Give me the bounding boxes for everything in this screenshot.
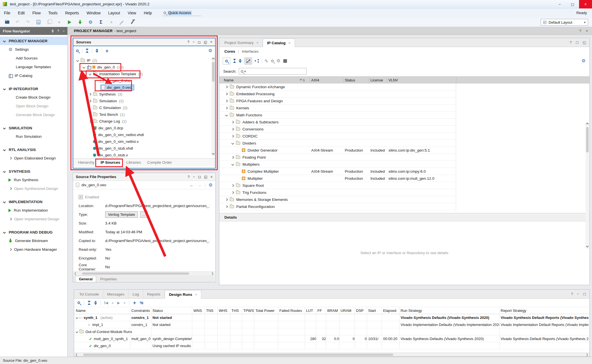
scroll-up-icon[interactable] [212, 58, 215, 61]
add-sources-icon[interactable]: + [105, 48, 109, 54]
chevron-right-icon[interactable] [225, 99, 228, 102]
help-icon[interactable]: ? [579, 29, 582, 33]
menu-view[interactable]: View [128, 11, 136, 15]
design-runs-hscrollbar[interactable]: ❮ ❯ [74, 352, 589, 356]
tree-item-simulation[interactable]: Simulation(2) [73, 97, 215, 104]
tree-item-div-gen-0[interactable]: div_gen_0(16) [73, 64, 215, 70]
expand-all-icon[interactable] [94, 301, 97, 305]
tab-ip-sources[interactable]: IP Sources [98, 159, 123, 166]
chevron-right-icon[interactable] [9, 218, 12, 221]
search-icon[interactable] [223, 57, 230, 65]
catalog-row-kernels[interactable]: Kernels [219, 105, 456, 112]
forward-arrow-icon[interactable]: → [197, 183, 202, 187]
sort-indicator[interactable]: 1 [300, 77, 305, 84]
tree-item-div-gen-0-dcp[interactable]: div_gen_0.dcp [73, 125, 215, 131]
maximize-panel-icon[interactable]: ◻ [198, 40, 200, 44]
enabled-checkbox[interactable]: ✓ [79, 195, 83, 199]
sidebar-item-project-manager[interactable]: PROJECT MANAGER [0, 37, 67, 45]
close-panel-icon[interactable]: × [210, 40, 212, 44]
sidebar-item-run-simulation[interactable]: Run Simulation [0, 132, 67, 141]
close-button[interactable]: × [579, 0, 592, 8]
tree-item-sim-netlist-v[interactable]: div_gen_0_sim_netlist.v [73, 138, 215, 145]
scroll-right-icon[interactable]: ❯ [585, 353, 589, 356]
sidebar-item-open-implemented-design[interactable]: Open Implemented Design [0, 215, 67, 223]
chevron-down-icon[interactable] [231, 163, 234, 166]
properties-hscrollbar[interactable]: ❮ ❯ [73, 271, 215, 275]
type-button[interactable]: Verilog Template [105, 211, 138, 218]
column-start[interactable]: Start [368, 307, 382, 314]
chevron-right-icon[interactable] [9, 157, 12, 160]
catalog-search-input[interactable]: ▾ [239, 68, 306, 75]
sidebar-item-open-hardware-manager[interactable]: Open Hardware Manager [0, 245, 67, 254]
filter-ip-icon[interactable] [244, 57, 252, 65]
previous-run-icon[interactable]: « [112, 301, 114, 305]
catalog-scrollbar[interactable] [586, 122, 589, 249]
expand-all-icon[interactable] [52, 29, 54, 33]
menu-window[interactable]: Window [87, 11, 101, 15]
catalog-row-partial-reconfiguration[interactable]: Partial Reconfiguration [219, 203, 456, 210]
sidebar-item-ip-integrator[interactable]: IP INTEGRATOR [0, 85, 67, 93]
scrollbar-thumb[interactable] [82, 272, 189, 275]
scrollbar-thumb[interactable] [83, 354, 393, 356]
column-status[interactable]: Status [153, 307, 193, 314]
clean-wand-icon[interactable] [129, 19, 135, 25]
tree-item-sim-netlist-vhdl[interactable]: div_gen_0_sim_netlist.vhdl [73, 131, 215, 138]
subtab-cores[interactable]: Cores [224, 49, 235, 54]
tree-item-synthesis[interactable]: Synthesis(3) [73, 91, 215, 97]
redo-icon[interactable]: ↷ [25, 19, 31, 25]
license-key-icon[interactable] [271, 60, 274, 62]
sources-scrollbar[interactable] [211, 57, 215, 156]
gear-icon[interactable]: ⚙ [209, 183, 213, 187]
sidebar-item-program-and-debug[interactable]: PROGRAM AND DEBUG [0, 228, 67, 236]
chevron-right-icon[interactable] [225, 205, 228, 208]
column-name[interactable]: Name [224, 77, 234, 84]
gear-icon[interactable]: ⚙ [208, 48, 212, 53]
close-tab-icon[interactable]: × [195, 292, 197, 297]
play-run-icon[interactable]: ▶ [117, 301, 120, 305]
float-panel-icon[interactable]: ◱ [583, 40, 586, 45]
catalog-row-embedded[interactable]: Embedded Processing [219, 90, 456, 97]
catalog-row-adders[interactable]: Adders & Subtracters [219, 119, 456, 126]
column-ff[interactable]: FF [317, 307, 326, 314]
column-constraints[interactable]: Constraints [131, 307, 151, 314]
sidebar-item-open-block-design[interactable]: Open Block Design [0, 102, 67, 110]
tree-item-test-bench[interactable]: Test Bench(1) [73, 111, 215, 118]
minimize-button[interactable]: − [553, 0, 566, 8]
catalog-row-divider-generator[interactable]: Divider Generator AXI4-Stream Production… [219, 147, 456, 154]
settings-gear-icon[interactable]: ⚙ [87, 19, 94, 25]
help-icon[interactable]: ? [188, 175, 190, 179]
menu-help[interactable]: Help [144, 11, 152, 15]
help-icon[interactable]: ? [571, 292, 573, 296]
column-bram[interactable]: BRAM [327, 307, 339, 314]
sidebar-item-settings[interactable]: ⚙Settings [0, 45, 67, 54]
chevron-right-icon[interactable] [231, 121, 234, 123]
sidebar-item-rtl-analysis[interactable]: RTL ANALYSIS [0, 145, 67, 154]
chevron-right-icon[interactable] [231, 184, 234, 187]
help-icon[interactable]: ? [57, 29, 59, 33]
expand-all-icon[interactable] [96, 49, 98, 53]
close-tab-icon[interactable]: × [257, 41, 259, 45]
maximize-panel-icon[interactable]: ◻ [583, 292, 586, 296]
tab-project-summary[interactable]: Project Summary× [220, 39, 263, 47]
stop-icon[interactable] [283, 59, 287, 63]
run-row-ooc-group[interactable]: Out-of-Context Module Runs [74, 328, 589, 335]
column-vlnv[interactable]: VLNV [388, 77, 398, 84]
report-sum-icon[interactable]: Σ [98, 19, 104, 25]
sidebar-item-generate-block-design[interactable]: Generate Block Design [0, 110, 67, 119]
open-project-icon[interactable] [4, 19, 10, 25]
minimize-panel-icon[interactable]: − [577, 292, 579, 296]
generate-bitstream-icon[interactable] [77, 19, 83, 25]
column-ths[interactable]: THS [231, 307, 242, 314]
search-icon[interactable] [76, 50, 79, 52]
column-status[interactable]: Status [345, 77, 355, 84]
sidebar-item-add-sources[interactable]: Add Sources [0, 54, 67, 63]
chevron-right-icon[interactable] [89, 93, 92, 96]
tab-libraries[interactable]: Libraries [123, 159, 144, 166]
column-report-strategy[interactable]: Report Strategy [501, 307, 589, 314]
tree-item-instantiation-template[interactable]: Instantiation Template(2) [73, 70, 215, 77]
gear-icon[interactable]: ⚙ [582, 59, 586, 63]
sidebar-item-language-templates[interactable]: Language Templates [0, 63, 67, 71]
sidebar-item-generate-bitstream[interactable]: Generate Bitstream [0, 236, 67, 245]
tab-ip-catalog[interactable]: IP Catalog× [263, 39, 295, 47]
tab-general[interactable]: General [75, 276, 96, 282]
